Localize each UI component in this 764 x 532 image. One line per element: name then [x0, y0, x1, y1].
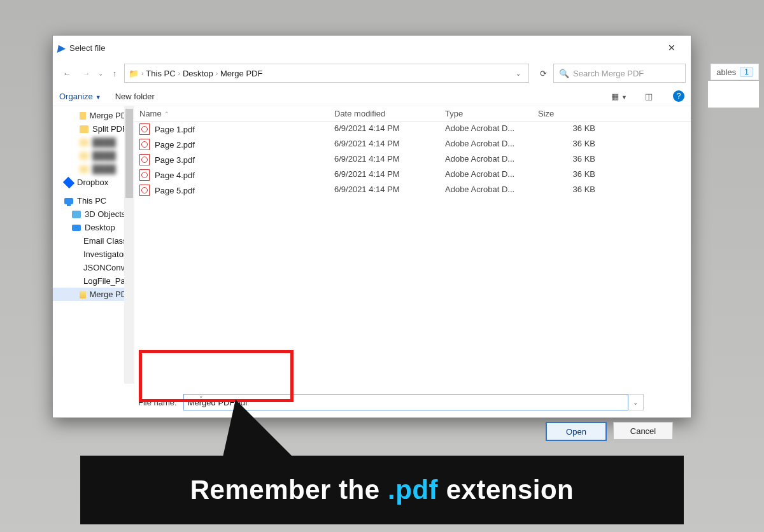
tree-item-splitpdf[interactable]: Split PDF: [53, 122, 134, 136]
folder-icon: [80, 139, 88, 146]
sort-asc-icon: ⌃: [164, 111, 169, 117]
nav-tree[interactable]: Merge PDF Split PDF ████ ████ ████ Dropb…: [53, 106, 134, 384]
preview-pane-button[interactable]: ◫: [645, 92, 653, 101]
file-name: Page 5.pdf: [155, 186, 195, 195]
callout-text-after: extension: [446, 475, 574, 505]
scrollbar-thumb[interactable]: [125, 109, 133, 198]
tree-item-mergepdf[interactable]: Merge PDF: [53, 109, 134, 122]
tree-item-blurred[interactable]: ████: [53, 162, 134, 176]
file-name: Page 2.pdf: [155, 140, 195, 150]
file-row[interactable]: Page 4.pdf6/9/2021 4:14 PMAdobe Acrobat …: [134, 167, 691, 183]
pdf-icon: [139, 139, 150, 150]
file-type: Adobe Acrobat D...: [440, 154, 533, 165]
filename-label: File name:: [138, 398, 177, 407]
folder-icon: [80, 152, 88, 160]
tree-scrollbar[interactable]: [124, 106, 134, 384]
file-name: Page 1.pdf: [155, 125, 195, 134]
nav-row: ← → ⌄ ↑ 📁 › This PC › Desktop › Merge PD…: [53, 60, 691, 87]
col-size[interactable]: Size: [533, 109, 600, 118]
file-open-dialog: Select file ✕ ← → ⌄ ↑ 📁 › This PC › Desk…: [52, 35, 691, 418]
folder-icon: [80, 165, 88, 173]
tree-item-jsonconv[interactable]: JSONConversio: [53, 261, 134, 274]
nav-up-button[interactable]: ↑: [106, 69, 123, 78]
background-tab: ables 1: [711, 64, 759, 80]
pdf-icon: [139, 185, 150, 196]
col-name[interactable]: Name ⌃: [134, 109, 329, 118]
file-date: 6/9/2021 4:14 PM: [329, 123, 440, 135]
file-type: Adobe Acrobat D...: [440, 139, 533, 150]
file-row[interactable]: Page 1.pdf6/9/2021 4:14 PMAdobe Acrobat …: [134, 122, 691, 137]
file-date: 6/9/2021 4:14 PM: [329, 139, 440, 150]
search-input[interactable]: 🔍 Search Merge PDF: [553, 64, 686, 83]
filename-history-dropdown[interactable]: ⌄: [628, 394, 644, 410]
bg-tab-label: ables: [716, 67, 736, 77]
new-folder-button[interactable]: New folder: [115, 92, 155, 101]
tree-item-investigator[interactable]: Investigator_2.l: [53, 248, 134, 261]
pdf-icon: [139, 169, 150, 181]
pdf-icon: [139, 154, 150, 165]
tree-item-desktop[interactable]: Desktop: [53, 221, 134, 234]
monitor-icon: [64, 198, 73, 204]
file-row[interactable]: Page 5.pdf6/9/2021 4:14 PMAdobe Acrobat …: [134, 183, 691, 198]
refresh-button[interactable]: ⟳: [534, 69, 552, 78]
toolbar: Organize▼ New folder ▦▼ ◫ ?: [53, 87, 691, 106]
file-size: 36 KB: [533, 154, 600, 165]
crumb-thispc[interactable]: This PC: [146, 69, 175, 78]
cancel-button[interactable]: Cancel: [613, 422, 673, 440]
tree-item-blurred[interactable]: ████: [53, 149, 134, 162]
nav-back-button[interactable]: ←: [58, 69, 76, 78]
bg-tab-count: 1: [740, 67, 753, 77]
folder-icon: [80, 112, 86, 120]
tree-item-dropbox[interactable]: Dropbox: [53, 176, 134, 189]
folder-open-icon: [80, 291, 86, 298]
tree-item-thispc[interactable]: This PC: [53, 194, 134, 207]
help-button[interactable]: ?: [673, 90, 684, 102]
tree-expand-chevron[interactable]: ⌄: [192, 384, 211, 399]
close-button[interactable]: ✕: [658, 43, 686, 53]
folder-icon: 📁: [129, 69, 139, 78]
chevron-right-icon: ›: [178, 70, 180, 77]
search-placeholder: Search Merge PDF: [573, 69, 644, 78]
tree-item-logfile[interactable]: LogFile_Parser: [53, 274, 134, 288]
view-options-button[interactable]: ▦▼: [611, 92, 627, 101]
pdf-icon: [139, 123, 150, 135]
dropbox-icon: [63, 176, 74, 188]
search-icon: 🔍: [559, 69, 569, 78]
file-type: Adobe Acrobat D...: [440, 123, 533, 135]
file-size: 36 KB: [533, 169, 600, 181]
file-date: 6/9/2021 4:14 PM: [329, 154, 440, 165]
callout-box: Remember the .pdf extension: [80, 456, 684, 524]
nav-history-dropdown[interactable]: ⌄: [96, 70, 105, 77]
crumb-desktop[interactable]: Desktop: [183, 69, 213, 78]
tree-item-blurred[interactable]: ████: [53, 136, 134, 149]
address-bar[interactable]: 📁 › This PC › Desktop › Merge PDF ⌄: [124, 64, 529, 83]
file-list: Name ⌃ Date modified Type Size Page 1.pd…: [134, 106, 691, 384]
file-row[interactable]: Page 3.pdf6/9/2021 4:14 PMAdobe Acrobat …: [134, 152, 691, 167]
file-name: Page 3.pdf: [155, 155, 195, 165]
crumb-mergepdf[interactable]: Merge PDF: [220, 69, 262, 78]
file-size: 36 KB: [533, 185, 600, 196]
column-headers[interactable]: Name ⌃ Date modified Type Size: [134, 106, 691, 122]
organize-menu[interactable]: Organize▼: [59, 92, 101, 101]
tree-item-3dobjects[interactable]: 3D Objects: [53, 207, 134, 221]
callout-text-before: Remember the: [190, 475, 380, 505]
file-date: 6/9/2021 4:14 PM: [329, 169, 440, 181]
file-name: Page 4.pdf: [155, 171, 195, 180]
titlebar: Select file ✕: [53, 36, 691, 60]
tree-item-mergepdf-selected[interactable]: Merge PDF: [53, 288, 134, 301]
col-type[interactable]: Type: [440, 109, 533, 118]
callout-highlight: .pdf: [388, 475, 438, 505]
chevron-right-icon: ›: [141, 70, 143, 77]
col-date[interactable]: Date modified: [329, 109, 440, 118]
background-strip: [708, 81, 759, 108]
app-icon: [57, 42, 66, 54]
tree-item-emailclass[interactable]: Email Classifica: [53, 234, 134, 248]
address-dropdown[interactable]: ⌄: [512, 70, 525, 77]
file-row[interactable]: Page 2.pdf6/9/2021 4:14 PMAdobe Acrobat …: [134, 137, 691, 152]
nav-forward-button[interactable]: →: [77, 69, 95, 78]
desktop-icon: [72, 225, 81, 231]
file-size: 36 KB: [533, 123, 600, 135]
folder-icon: [80, 125, 88, 133]
window-title: Select file: [69, 43, 105, 53]
open-button[interactable]: Open: [546, 422, 607, 441]
